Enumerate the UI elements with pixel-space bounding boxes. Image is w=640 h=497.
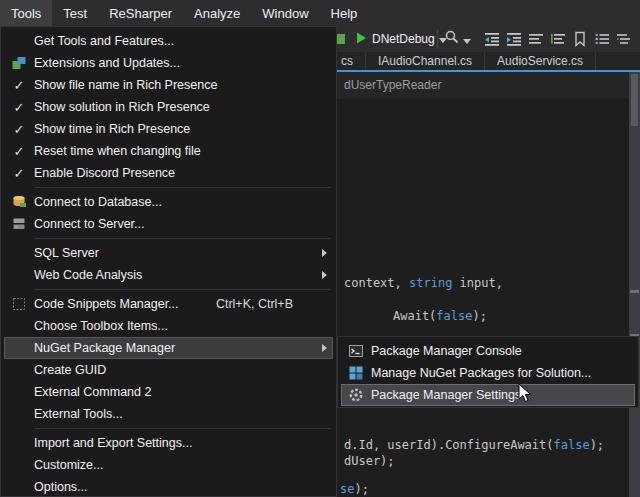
mouse-cursor — [518, 383, 534, 405]
menu-item-create-guid[interactable]: Create GUID — [4, 359, 333, 381]
search-icon — [444, 29, 460, 49]
menu-item-extensions-and-updates[interactable]: Extensions and Updates... — [4, 52, 333, 74]
menu-item-label: Get Tools and Features... — [34, 34, 315, 48]
menu-item-label: External Tools... — [34, 407, 315, 421]
menu-item-label: Import and Export Settings... — [34, 436, 315, 450]
checkmark-icon: ✓ — [4, 79, 34, 92]
menu-item-nuget-package-manager[interactable]: NuGet Package Manager — [4, 337, 333, 359]
menu-item-label: Show solution in Rich Presence — [34, 100, 315, 114]
tools-menu: Get Tools and Features...Extensions and … — [0, 26, 337, 497]
tab-label: AudioService.cs — [497, 54, 583, 68]
menu-item-label: Create GUID — [34, 363, 315, 377]
run-target-label: DNetDebug — [372, 32, 435, 46]
chevron-down-icon — [463, 30, 471, 48]
menu-item-label: Reset time when changing file — [34, 144, 315, 158]
scrollbar-mark — [630, 290, 639, 293]
menu-item-show-time-in-rich-presence[interactable]: ✓Show time in Rich Presence — [4, 118, 333, 140]
menu-item-external-command-2[interactable]: External Command 2 — [4, 381, 333, 403]
menu-item-label: NuGet Package Manager — [34, 341, 315, 355]
nuget-package-manager-submenu: Package Manager ConsoleManage NuGet Pack… — [337, 336, 639, 408]
snippets-icon — [4, 296, 34, 312]
submenu-item-package-manager-console[interactable]: Package Manager Console — [341, 340, 635, 362]
tab-cs[interactable]: cs — [338, 52, 366, 70]
uncomment-lines-icon[interactable] — [550, 31, 566, 47]
menu-item-shortcut: Ctrl+K, Ctrl+B — [216, 297, 293, 311]
console-icon — [341, 343, 371, 359]
menu-item-label: Connect to Server... — [34, 217, 315, 231]
menu-item-customize[interactable]: Customize... — [4, 454, 333, 476]
menubar-item-analyze[interactable]: Analyze — [183, 0, 251, 26]
menubar-item-resharper[interactable]: ReSharper — [98, 0, 183, 26]
menu-item-label: Manage NuGet Packages for Solution... — [371, 366, 617, 380]
menubar-item-help[interactable]: Help — [320, 0, 369, 26]
menu-item-reset-time-when-changing-file[interactable]: ✓Reset time when changing file — [4, 140, 333, 162]
menu-item-label: Package Manager Settings — [371, 388, 617, 402]
menu-item-label: Customize... — [34, 458, 315, 472]
menu-item-label: Web Code Analysis — [34, 268, 315, 282]
database-icon — [4, 194, 34, 210]
gear-icon — [341, 387, 371, 403]
checkmark-icon: ✓ — [4, 101, 34, 114]
tab-label: cs — [341, 54, 353, 68]
menu-item-label: Choose Toolbox Items... — [34, 319, 315, 333]
menu-separator — [34, 428, 331, 429]
menu-item-web-code-analysis[interactable]: Web Code Analysis — [4, 264, 333, 286]
call-hierarchy-icon[interactable] — [616, 31, 632, 47]
submenu-arrow-icon — [315, 249, 333, 257]
menubar-item-test[interactable]: Test — [52, 0, 98, 26]
menu-item-show-file-name-in-rich-presence[interactable]: ✓Show file name in Rich Presence — [4, 74, 333, 96]
indent-decrease-icon[interactable] — [484, 31, 500, 47]
menu-item-external-tools[interactable]: External Tools... — [4, 403, 333, 425]
comment-lines-icon[interactable] — [528, 31, 544, 47]
menu-item-enable-discord-presence[interactable]: ✓Enable Discord Presence — [4, 162, 333, 184]
menu-item-label: Options... — [34, 480, 315, 494]
menu-item-label: Code Snippets Manager... — [34, 297, 216, 311]
menubar-item-tools[interactable]: Tools — [0, 0, 52, 26]
menu-item-label: Package Manager Console — [371, 344, 617, 358]
extensions-icon — [4, 55, 34, 71]
menu-item-label: Show file name in Rich Presence — [34, 78, 315, 92]
indent-increase-icon[interactable] — [506, 31, 522, 47]
menu-item-label: Connect to Database... — [34, 195, 315, 209]
tab-iaudiochannel-cs[interactable]: IAudioChannel.cs — [366, 52, 485, 70]
packages-icon — [341, 365, 371, 381]
member-list-icon[interactable] — [594, 31, 610, 47]
editor-toolbar-icons — [484, 31, 632, 47]
menu-item-get-tools-and-features[interactable]: Get Tools and Features... — [4, 30, 333, 52]
menu-item-code-snippets-manager[interactable]: Code Snippets Manager...Ctrl+K, Ctrl+B — [4, 293, 333, 315]
start-debugging-button[interactable]: DNetDebug — [354, 26, 447, 52]
tab-label: IAudioChannel.cs — [378, 54, 472, 68]
bookmark-icon[interactable] — [572, 31, 588, 47]
menu-item-choose-toolbox-items[interactable]: Choose Toolbox Items... — [4, 315, 333, 337]
scrollbar-thumb[interactable] — [631, 74, 638, 126]
visual-studio-window: ToolsTestReSharperAnalyzeWindowHelp DNet… — [0, 0, 640, 497]
submenu-arrow-icon — [315, 271, 333, 279]
submenu-item-manage-nuget-packages-for-solution[interactable]: Manage NuGet Packages for Solution... — [341, 362, 635, 384]
server-icon — [4, 216, 34, 232]
menu-item-connect-to-server[interactable]: Connect to Server... — [4, 213, 333, 235]
checkmark-icon: ✓ — [4, 167, 34, 180]
menu-item-label: SQL Server — [34, 246, 315, 260]
menu-separator — [34, 187, 331, 188]
menu-separator — [34, 289, 331, 290]
tab-audioservice-cs[interactable]: AudioService.cs — [485, 52, 596, 70]
menu-item-label: Extensions and Updates... — [34, 56, 315, 70]
menu-item-import-and-export-settings[interactable]: Import and Export Settings... — [4, 432, 333, 454]
checkmark-icon: ✓ — [4, 123, 34, 136]
play-icon — [354, 31, 368, 48]
toolbar-separator — [437, 30, 438, 48]
navbar-member-dropdown[interactable]: dUserTypeReader — [344, 78, 441, 92]
menu-separator — [34, 238, 331, 239]
submenu-item-package-manager-settings[interactable]: Package Manager Settings — [341, 384, 635, 406]
vertical-scrollbar[interactable] — [629, 72, 640, 497]
menu-item-label: External Command 2 — [34, 385, 315, 399]
menu-item-sql-server[interactable]: SQL Server — [4, 242, 333, 264]
menubar: ToolsTestReSharperAnalyzeWindowHelp — [0, 0, 640, 26]
menubar-item-window[interactable]: Window — [251, 0, 319, 26]
menu-item-show-solution-in-rich-presence[interactable]: ✓Show solution in Rich Presence — [4, 96, 333, 118]
menu-item-options[interactable]: Options... — [4, 476, 333, 497]
submenu-arrow-icon — [315, 344, 333, 352]
menu-item-connect-to-database[interactable]: Connect to Database... — [4, 191, 333, 213]
navigate-to-button[interactable] — [444, 26, 471, 52]
menu-item-label: Show time in Rich Presence — [34, 122, 315, 136]
